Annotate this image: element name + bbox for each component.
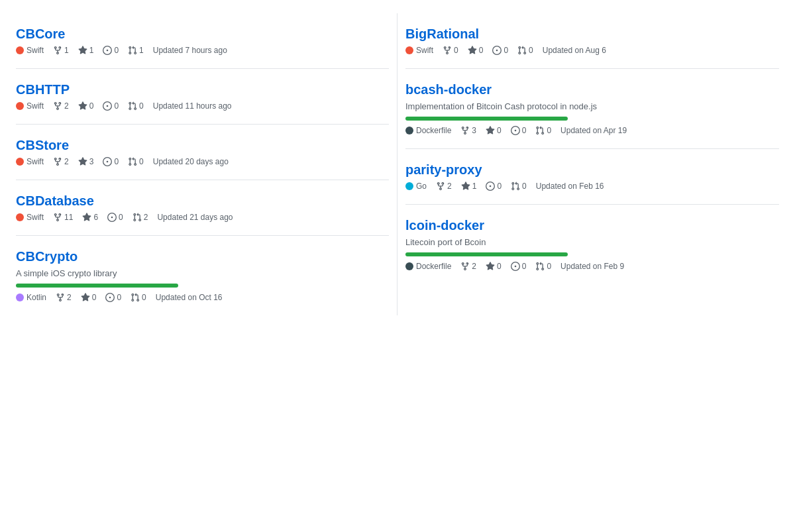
prs-count: 0 [131,293,146,302]
repos-grid: CBCoreSwift 1 1 0 1Updated 7 hours agoCB… [16,13,779,315]
language-dot [16,293,24,301]
repo-item: bcash-dockerImplementation of Bitcoin Ca… [405,69,779,149]
stars-count: 0 [468,46,484,55]
language-label: Swift [416,46,433,55]
language-dot [405,182,413,190]
repo-name[interactable]: BigRational [405,27,779,42]
language-bar [405,252,568,256]
repo-meta: Swift 11 6 0 2Updated 21 days ago [16,213,389,222]
repo-name[interactable]: CBStore [16,138,389,153]
language-label: Swift [26,157,44,166]
stars-count: 6 [82,213,98,222]
updated-time: Updated 7 hours ago [153,46,227,55]
repo-item: CBStoreSwift 2 3 0 0Updated 20 days ago [16,125,389,180]
language-dot [16,213,24,221]
language-label: Swift [26,213,44,222]
repo-name[interactable]: lcoin-docker [405,218,779,233]
repo-meta: Swift 0 0 0 0Updated on Aug 6 [405,46,779,55]
language-badge: Kotlin [16,293,46,302]
prs-count: 0 [517,46,533,55]
issues-count: 0 [486,182,502,191]
issues-count: 0 [511,126,527,135]
prs-count: 1 [128,46,144,55]
issues-count: 0 [103,101,119,111]
stars-count: 1 [78,46,94,55]
left-column: CBCoreSwift 1 1 0 1Updated 7 hours agoCB… [16,13,398,315]
stars-count: 0 [78,101,94,111]
repo-name[interactable]: CBDatabase [16,193,389,209]
forks-count: 2 [460,262,476,271]
language-label: Dockerfile [416,126,451,135]
repo-name[interactable]: parity-proxy [405,162,779,178]
language-badge: Dockerfile [405,126,451,135]
repo-item: CBHTTPSwift 2 0 0 0Updated 11 hours ago [16,69,389,125]
language-label: Kotlin [26,293,46,302]
updated-time: Updated on Feb 16 [536,182,604,191]
stars-count: 0 [486,126,502,135]
repo-item: lcoin-dockerLitecoin port of BcoinDocker… [405,205,779,284]
prs-count: 0 [511,182,527,191]
language-badge: Swift [405,46,433,55]
repo-meta: Swift 1 1 0 1Updated 7 hours ago [16,46,389,55]
repo-name[interactable]: CBHTTP [16,82,389,97]
prs-count: 0 [128,101,144,111]
issues-count: 0 [103,46,119,55]
language-dot [16,158,24,166]
forks-count: 3 [460,126,476,135]
repo-meta: Swift 2 0 0 0Updated 11 hours ago [16,101,389,111]
repo-item: CBCoreSwift 1 1 0 1Updated 7 hours ago [16,13,389,69]
language-label: Dockerfile [416,262,451,271]
prs-count: 0 [535,126,551,135]
language-label: Swift [26,46,44,55]
forks-count: 2 [56,293,72,302]
stars-count: 0 [81,293,97,302]
repo-meta: Dockerfile 2 0 0 0Updated on Feb 9 [405,262,779,271]
language-label: Swift [26,101,44,111]
issues-count: 0 [105,293,121,302]
forks-count: 2 [436,182,452,191]
repo-item: CBDatabaseSwift 11 6 0 2Updated 21 days … [16,180,389,236]
prs-count: 0 [535,262,551,271]
language-badge: Dockerfile [405,262,451,271]
language-label: Go [416,182,427,191]
stars-count: 1 [461,182,477,191]
updated-time: Updated on Oct 16 [156,293,223,302]
updated-time: Updated 20 days ago [153,157,229,166]
language-dot [405,262,413,270]
right-column: BigRationalSwift 0 0 0 0Updated on Aug 6… [398,13,779,315]
forks-count: 0 [443,46,458,55]
language-badge: Swift [16,157,44,166]
forks-count: 1 [53,46,69,55]
repo-description: A simple iOS crypto library [16,268,389,278]
language-badge: Swift [16,213,44,222]
language-badge: Swift [16,46,44,55]
repo-meta: Dockerfile 3 0 0 0Updated on Apr 19 [405,126,779,135]
updated-time: Updated on Feb 9 [560,262,624,271]
repo-description: Implementation of Bitcoin Cash protocol … [405,101,779,111]
stars-count: 3 [78,157,94,166]
issues-count: 0 [492,46,508,55]
updated-time: Updated on Apr 19 [560,126,627,135]
forks-count: 11 [53,213,73,222]
repo-meta: Kotlin 2 0 0 0Updated on Oct 16 [16,293,389,302]
updated-time: Updated on Aug 6 [543,46,606,55]
prs-count: 2 [132,213,148,222]
language-bar [16,284,178,288]
language-badge: Swift [16,101,44,111]
repo-description: Litecoin port of Bcoin [405,237,779,247]
forks-count: 2 [53,101,69,111]
repo-meta: Go 2 1 0 0Updated on Feb 16 [405,182,779,191]
updated-time: Updated 21 days ago [157,213,233,222]
issues-count: 0 [103,157,119,166]
repo-item: BigRationalSwift 0 0 0 0Updated on Aug 6 [405,13,779,69]
stars-count: 0 [486,262,502,271]
issues-count: 0 [511,262,527,271]
language-dot [405,127,413,134]
language-dot [16,102,24,110]
prs-count: 0 [128,157,144,166]
repo-name[interactable]: CBCrypto [16,249,389,264]
repo-meta: Swift 2 3 0 0Updated 20 days ago [16,157,389,166]
language-dot [405,46,413,54]
repo-name[interactable]: bcash-docker [405,82,779,97]
repo-name[interactable]: CBCore [16,27,389,42]
